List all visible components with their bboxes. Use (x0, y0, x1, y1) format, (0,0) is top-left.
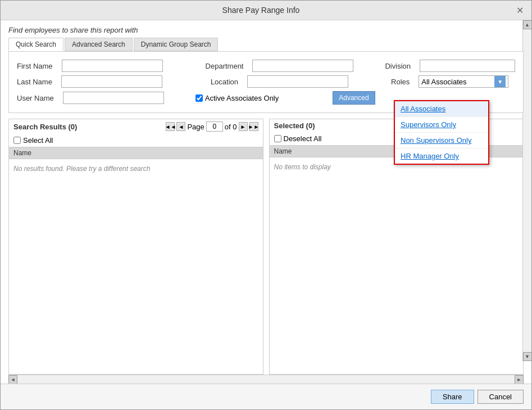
first-name-input[interactable] (62, 60, 163, 72)
dialog-title: Share Pay Range Info (7, 6, 515, 15)
search-results-col-header: Name (9, 147, 263, 159)
title-bar: Share Pay Range Info ✕ (1, 1, 531, 20)
select-all-checkbox[interactable] (13, 137, 21, 144)
search-results-title: Search Results (0) (13, 123, 77, 131)
of-label: of 0 (225, 123, 237, 131)
last-name-input[interactable] (61, 75, 162, 88)
location-input[interactable] (247, 75, 348, 88)
next-page-button[interactable]: ► (239, 122, 248, 131)
roles-value: All Associates (421, 78, 466, 86)
location-label: Location (211, 78, 238, 86)
active-associates-checkbox-label[interactable]: Active Associates Only (195, 94, 279, 102)
close-button[interactable]: ✕ (515, 5, 525, 15)
dialog: Share Pay Range Info ✕ ▲ ▼ Find employee… (0, 0, 532, 410)
scroll-right-button[interactable]: ► (515, 375, 524, 384)
first-name-label: First Name (17, 62, 53, 70)
cancel-button[interactable]: Cancel (478, 390, 524, 404)
deselect-all-label: Deselect All (284, 134, 322, 143)
division-label: Division (385, 62, 411, 70)
active-associates-checkbox[interactable] (195, 94, 203, 102)
search-results-pane: Search Results (0) ◄◄ ◄ Page of 0 ► ►► S… (8, 119, 263, 375)
no-results-message: No results found. Please try a different… (9, 159, 263, 178)
scroll-down-button[interactable]: ▼ (523, 352, 532, 361)
dropdown-item-hr-manager-only[interactable]: HR Manager Only (395, 148, 488, 164)
advanced-button[interactable]: Advanced (333, 91, 375, 105)
last-page-button[interactable]: ►► (249, 122, 258, 131)
dialog-body: ▲ ▼ Find employees to share this report … (1, 20, 531, 384)
scroll-up-button[interactable]: ▲ (523, 20, 532, 29)
department-input[interactable] (252, 60, 353, 72)
active-associates-label: Active Associates Only (205, 94, 279, 102)
dropdown-item-supervisors-only[interactable]: Supervisors Only (395, 117, 488, 133)
pagination: ◄◄ ◄ Page of 0 ► ►► (166, 121, 258, 132)
user-name-label: User Name (17, 94, 54, 102)
last-name-label: Last Name (17, 78, 52, 86)
tab-quick-search[interactable]: Quick Search (8, 38, 63, 51)
user-name-input[interactable] (63, 92, 164, 104)
dropdown-item-all-associates[interactable]: All Associates (395, 101, 488, 117)
tab-bar: Quick Search Advanced Search Dynamic Gro… (1, 38, 531, 51)
deselect-all-checkbox[interactable] (274, 135, 281, 142)
scroll-left-button[interactable]: ◄ (8, 375, 17, 384)
prev-page-button[interactable]: ◄ (176, 122, 185, 131)
roles-label: Roles (391, 78, 410, 86)
selected-title: Selected (0) (274, 121, 315, 130)
subtitle: Find employees to share this report with (1, 20, 531, 38)
select-all-label: Select All (23, 136, 53, 145)
tab-dynamic-group-search[interactable]: Dynamic Group Search (134, 38, 219, 51)
tab-advanced-search[interactable]: Advanced Search (65, 38, 133, 51)
division-input[interactable] (420, 60, 515, 72)
search-results-header: Search Results (0) ◄◄ ◄ Page of 0 ► ►► (9, 119, 263, 134)
roles-chevron-icon: ▼ (494, 76, 506, 87)
first-page-button[interactable]: ◄◄ (166, 122, 175, 131)
horizontal-scrollbar: ◄ ► (8, 375, 524, 384)
footer: Share Cancel (1, 384, 531, 409)
share-button[interactable]: Share (431, 390, 474, 404)
roles-dropdown-menu: All Associates Supervisors Only Non Supe… (394, 100, 489, 165)
dropdown-item-non-supervisors-only[interactable]: Non Supervisors Only (395, 133, 488, 148)
department-label: Department (206, 62, 244, 70)
page-number-input[interactable] (206, 121, 223, 132)
page-label: Page (187, 123, 204, 131)
select-all-row[interactable]: Select All (9, 134, 263, 147)
vertical-scrollbar: ▲ ▼ (522, 20, 531, 361)
roles-dropdown[interactable]: All Associates ▼ (419, 75, 508, 88)
